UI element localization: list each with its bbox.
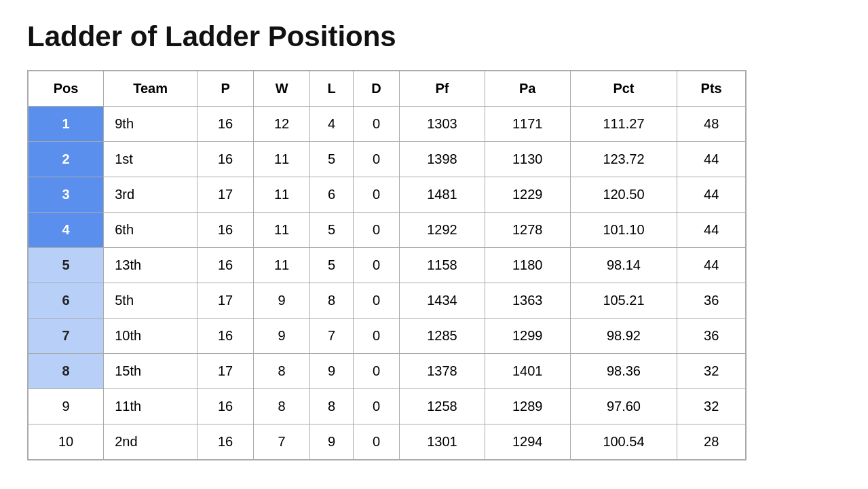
cell-d: 0 — [353, 424, 399, 460]
cell-pa: 1229 — [485, 177, 570, 213]
cell-pct: 120.50 — [570, 177, 677, 213]
cell-pos: 10 — [28, 424, 104, 460]
cell-d: 0 — [353, 107, 399, 142]
cell-pos: 3 — [28, 177, 104, 213]
table-row: 911th168801258128997.6032 — [28, 389, 746, 424]
cell-pct: 97.60 — [570, 389, 677, 424]
cell-d: 0 — [353, 319, 399, 354]
cell-w: 8 — [254, 354, 310, 389]
cell-d: 0 — [353, 248, 399, 283]
cell-team: 11th — [104, 389, 197, 424]
cell-w: 11 — [254, 177, 310, 213]
cell-l: 5 — [310, 142, 354, 177]
cell-pa: 1289 — [485, 389, 570, 424]
cell-l: 8 — [310, 389, 354, 424]
cell-pts: 28 — [677, 424, 746, 460]
cell-pts: 48 — [677, 107, 746, 142]
cell-team: 6th — [104, 213, 197, 248]
cell-p: 16 — [197, 107, 254, 142]
table-header-row: Pos Team P W L D Pf Pa Pct Pts — [28, 71, 746, 107]
cell-pa: 1180 — [485, 248, 570, 283]
cell-pos: 6 — [28, 283, 104, 319]
table-row: 710th169701285129998.9236 — [28, 319, 746, 354]
cell-pa: 1299 — [485, 319, 570, 354]
col-header-pct: Pct — [570, 71, 677, 107]
cell-pct: 100.54 — [570, 424, 677, 460]
cell-pct: 98.36 — [570, 354, 677, 389]
cell-pa: 1278 — [485, 213, 570, 248]
cell-pf: 1378 — [400, 354, 485, 389]
cell-d: 0 — [353, 213, 399, 248]
cell-team: 1st — [104, 142, 197, 177]
cell-p: 16 — [197, 213, 254, 248]
cell-d: 0 — [353, 142, 399, 177]
cell-d: 0 — [353, 283, 399, 319]
cell-pct: 123.72 — [570, 142, 677, 177]
cell-pct: 101.10 — [570, 213, 677, 248]
cell-team: 13th — [104, 248, 197, 283]
cell-pa: 1401 — [485, 354, 570, 389]
cell-d: 0 — [353, 389, 399, 424]
cell-l: 9 — [310, 424, 354, 460]
cell-pts: 32 — [677, 389, 746, 424]
cell-pf: 1285 — [400, 319, 485, 354]
cell-pf: 1398 — [400, 142, 485, 177]
cell-l: 5 — [310, 213, 354, 248]
cell-w: 7 — [254, 424, 310, 460]
cell-pa: 1130 — [485, 142, 570, 177]
col-header-pf: Pf — [400, 71, 485, 107]
cell-pa: 1171 — [485, 107, 570, 142]
table-row: 513th1611501158118098.1444 — [28, 248, 746, 283]
cell-l: 5 — [310, 248, 354, 283]
cell-pts: 36 — [677, 319, 746, 354]
cell-pct: 105.21 — [570, 283, 677, 319]
cell-l: 4 — [310, 107, 354, 142]
cell-p: 16 — [197, 142, 254, 177]
cell-w: 9 — [254, 319, 310, 354]
table-row: 815th178901378140198.3632 — [28, 354, 746, 389]
cell-d: 0 — [353, 354, 399, 389]
cell-pos: 2 — [28, 142, 104, 177]
cell-pa: 1363 — [485, 283, 570, 319]
col-header-l: L — [310, 71, 354, 107]
cell-pct: 111.27 — [570, 107, 677, 142]
cell-team: 10th — [104, 319, 197, 354]
cell-pos: 7 — [28, 319, 104, 354]
cell-l: 9 — [310, 354, 354, 389]
table-row: 33rd17116014811229120.5044 — [28, 177, 746, 213]
cell-pos: 9 — [28, 389, 104, 424]
col-header-team: Team — [104, 71, 197, 107]
cell-pf: 1481 — [400, 177, 485, 213]
cell-pos: 1 — [28, 107, 104, 142]
col-header-w: W — [254, 71, 310, 107]
cell-pos: 4 — [28, 213, 104, 248]
cell-w: 11 — [254, 248, 310, 283]
cell-pf: 1292 — [400, 213, 485, 248]
cell-team: 3rd — [104, 177, 197, 213]
page-title: Ladder of Ladder Positions — [27, 20, 841, 53]
table-row: 21st16115013981130123.7244 — [28, 142, 746, 177]
cell-w: 11 — [254, 213, 310, 248]
cell-d: 0 — [353, 177, 399, 213]
cell-w: 12 — [254, 107, 310, 142]
ladder-table: Pos Team P W L D Pf Pa Pct Pts 19th16124… — [27, 70, 747, 460]
cell-pts: 44 — [677, 213, 746, 248]
col-header-pos: Pos — [28, 71, 104, 107]
cell-l: 7 — [310, 319, 354, 354]
cell-team: 2nd — [104, 424, 197, 460]
cell-p: 17 — [197, 177, 254, 213]
table-row: 19th16124013031171111.2748 — [28, 107, 746, 142]
cell-p: 16 — [197, 424, 254, 460]
cell-w: 9 — [254, 283, 310, 319]
cell-w: 11 — [254, 142, 310, 177]
cell-team: 15th — [104, 354, 197, 389]
cell-pct: 98.14 — [570, 248, 677, 283]
cell-pf: 1303 — [400, 107, 485, 142]
cell-p: 17 — [197, 354, 254, 389]
cell-l: 8 — [310, 283, 354, 319]
cell-pf: 1258 — [400, 389, 485, 424]
cell-pts: 32 — [677, 354, 746, 389]
cell-team: 5th — [104, 283, 197, 319]
table-row: 65th1798014341363105.2136 — [28, 283, 746, 319]
col-header-pts: Pts — [677, 71, 746, 107]
